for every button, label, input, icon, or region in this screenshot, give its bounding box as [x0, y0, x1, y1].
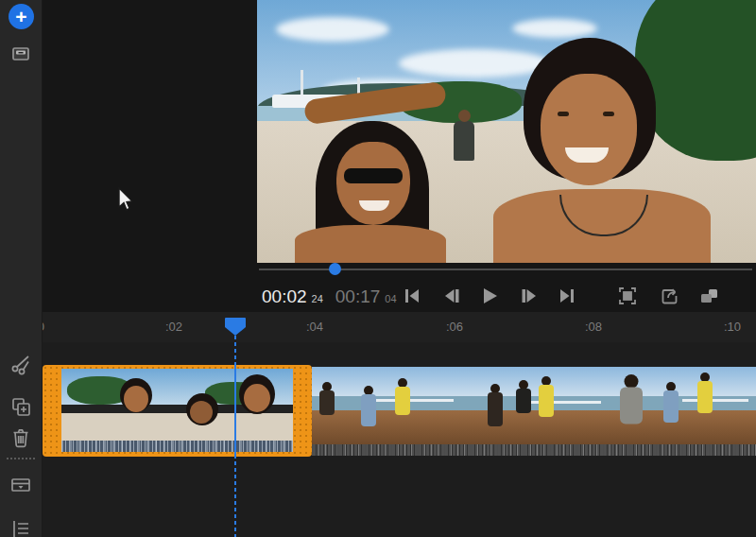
duration-time: 00:17: [335, 286, 381, 307]
share-button[interactable]: [657, 286, 683, 310]
split-clip-button[interactable]: [0, 352, 42, 380]
woman-face: [336, 142, 410, 225]
clip-1-audio-waveform: [61, 441, 293, 452]
cloud: [276, 17, 389, 42]
cloud: [399, 49, 550, 78]
man-eye: [558, 112, 569, 116]
add-media-button[interactable]: +: [9, 4, 34, 29]
clip-1-thumbnails: [61, 369, 293, 452]
share-icon: [660, 286, 680, 310]
duplicate-clip-button[interactable]: [0, 395, 42, 424]
play-button[interactable]: [476, 286, 503, 310]
float-window-button[interactable]: [696, 286, 722, 310]
fullscreen-button[interactable]: [614, 286, 641, 310]
skip-back-icon: [402, 286, 422, 310]
delete-clip-button[interactable]: [0, 425, 42, 454]
ruler-label: :04: [306, 320, 323, 334]
ruler-label: :02: [165, 320, 182, 334]
fullscreen-icon: [617, 286, 638, 310]
tray-down-icon: [9, 476, 32, 498]
media-browser-icon: [10, 44, 31, 67]
step-back-button[interactable]: [438, 286, 465, 310]
track-list-icon: [9, 517, 32, 537]
playhead-line-over-clip: [234, 365, 236, 457]
man-eye: [603, 112, 614, 116]
background-person: [454, 121, 474, 161]
ruler-label: :10: [724, 320, 741, 334]
ruler-label: :08: [585, 320, 602, 334]
mouse-cursor: [113, 186, 136, 217]
timeline-clip-selected[interactable]: [43, 365, 312, 457]
duplicate-icon: [9, 396, 32, 423]
timecode-display: 00:02 24 00:17 04: [262, 286, 397, 309]
man-face: [541, 74, 637, 185]
ruler-label: :06: [446, 320, 463, 334]
overlap-windows-icon: [697, 286, 720, 310]
cloud: [512, 19, 597, 38]
duration-frames: 04: [385, 293, 396, 304]
playhead-handle[interactable]: [223, 315, 248, 339]
trash-icon: [10, 426, 31, 453]
timeline-ruler[interactable]: :00 :02 :04 :06 :08 :10: [42, 312, 756, 342]
left-toolbar: +: [0, 0, 43, 537]
track-controls-button[interactable]: [0, 516, 42, 537]
video-preview[interactable]: [257, 0, 756, 263]
current-time: 00:02: [262, 286, 307, 307]
timeline-clip-2[interactable]: [312, 367, 756, 456]
woman-torso: [295, 225, 446, 263]
toolbar-divider: [6, 458, 36, 459]
frame-forward-icon: [519, 286, 540, 310]
next-edit-button[interactable]: [554, 286, 580, 310]
current-frames: 24: [312, 293, 323, 304]
frame-back-icon: [441, 286, 462, 310]
collapse-tracks-button[interactable]: [0, 473, 42, 501]
previous-edit-button[interactable]: [399, 286, 425, 310]
woman-sunglasses: [344, 168, 403, 183]
media-browser-button[interactable]: [0, 42, 42, 70]
scissors-icon: [9, 353, 32, 379]
background-person-head: [458, 110, 471, 122]
skip-forward-icon: [557, 286, 577, 310]
preview-scrubber-handle[interactable]: [329, 263, 341, 275]
step-forward-button[interactable]: [516, 286, 542, 310]
clip-2-audio-waveform: [312, 444, 756, 456]
play-icon: [479, 286, 500, 310]
